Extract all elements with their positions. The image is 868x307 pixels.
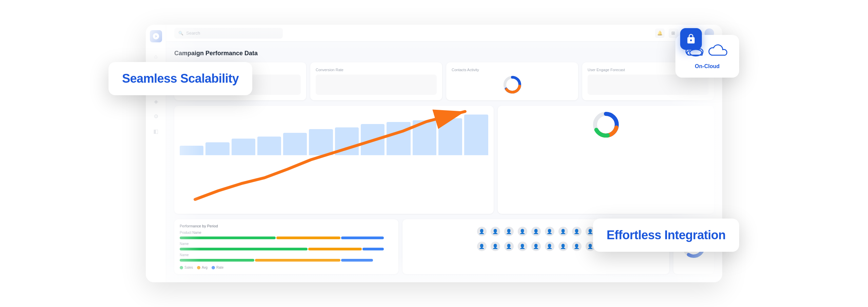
- sidebar-item-settings[interactable]: ⚙: [150, 110, 162, 122]
- hbar-green-1: [180, 248, 308, 250]
- bar-3: [257, 137, 281, 155]
- hbar-blue-0: [341, 237, 384, 239]
- person-0: 👤: [477, 227, 487, 236]
- lock-badge: [680, 28, 702, 50]
- person-11: 👤: [504, 242, 514, 251]
- person-10: 👤: [491, 242, 500, 251]
- main-chart-card: [174, 106, 494, 214]
- bar-label-1: Name: [180, 242, 393, 246]
- donut-chart: [503, 111, 709, 138]
- lock-icon: [686, 34, 696, 44]
- search-bar[interactable]: 🔍 Search: [174, 28, 283, 39]
- bar-1: [205, 142, 229, 155]
- bar-9: [413, 120, 436, 155]
- bar-2: [232, 139, 255, 155]
- hbar-green-2: [180, 259, 254, 262]
- sidebar-item-campaigns[interactable]: ◈: [150, 95, 162, 107]
- sidebar-item-reports[interactable]: ◧: [150, 125, 162, 137]
- sidebar-item-home[interactable]: ⌂: [150, 50, 162, 63]
- person-9: 👤: [477, 242, 487, 251]
- person-14: 👤: [545, 242, 554, 251]
- hbar-orange-0: [276, 237, 340, 239]
- search-placeholder: Search: [186, 30, 200, 36]
- sidebar-logo: [150, 30, 162, 42]
- bar-4: [283, 133, 307, 155]
- integration-card: Effortless Integration: [593, 219, 739, 252]
- person-7: 👤: [572, 227, 581, 236]
- bell-button[interactable]: 🔔: [655, 28, 665, 38]
- person-15: 👤: [558, 242, 568, 251]
- person-1: 👤: [491, 227, 500, 236]
- bar-11: [464, 115, 488, 155]
- page-title: Campaign Performance Data: [174, 50, 714, 57]
- stat-card-2: Contacts Activity: [446, 62, 578, 100]
- performance-label: Performance by Period: [180, 224, 393, 228]
- integration-text: Effortless Integration: [607, 228, 726, 242]
- bar-0: [180, 146, 203, 155]
- bar-chart: [180, 111, 488, 155]
- performance-card: Performance by Period Product Name Name: [174, 219, 398, 274]
- legend-0: Sales: [180, 266, 193, 269]
- topbar: 🔍 Search 🔔 ⊞ Admin: [166, 25, 722, 42]
- stat-label-1: Conversion Rate: [316, 68, 437, 72]
- scene-wrapper: ⌂ ◫ ☰ ◈ ⚙ ◧ 🔍 Search 🔔 ⊞ Admin Campaign …: [61, 15, 807, 292]
- bar-8: [387, 122, 410, 155]
- stat-label-2: Contacts Activity: [452, 68, 573, 72]
- chart-section: [174, 106, 714, 214]
- person-12: 👤: [518, 242, 527, 251]
- bar-label-2: Name: [180, 253, 393, 257]
- scalability-card: Seamless Scalability: [108, 62, 252, 95]
- search-icon: 🔍: [178, 31, 183, 36]
- person-13: 👤: [531, 242, 541, 251]
- person-2: 👤: [504, 227, 514, 236]
- bar-label-0: Product Name: [180, 231, 393, 234]
- hbar-green-0: [180, 237, 276, 239]
- person-16: 👤: [572, 242, 581, 251]
- person-6: 👤: [558, 227, 568, 236]
- scalability-text: Seamless Scalability: [122, 71, 239, 85]
- person-4: 👤: [531, 227, 541, 236]
- stat-card-1: Conversion Rate: [310, 62, 442, 100]
- bar-7: [361, 124, 384, 155]
- bar-10: [438, 118, 462, 155]
- person-5: 👤: [545, 227, 554, 236]
- cloud-label: On-Cloud: [695, 63, 719, 69]
- bar-6: [335, 127, 359, 155]
- bar-5: [309, 129, 333, 155]
- grid-button[interactable]: ⊞: [669, 28, 678, 38]
- hbar-blue-2: [341, 259, 373, 262]
- hbar-blue-1: [362, 248, 384, 250]
- person-3: 👤: [518, 227, 527, 236]
- stats-row: Open By Status Conversion Rate Contacts …: [174, 62, 714, 100]
- hbar-orange-1: [308, 248, 361, 250]
- legend-2: Rate: [212, 266, 223, 269]
- hbar-orange-2: [255, 259, 340, 262]
- legend-1: Avg: [197, 266, 208, 269]
- side-chart-card: [498, 106, 714, 214]
